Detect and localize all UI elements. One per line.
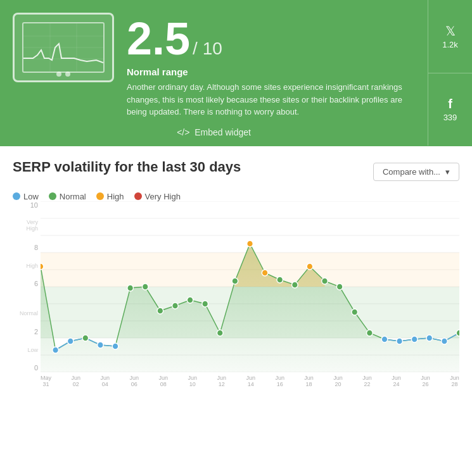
chart-controls: SERP volatility for the last 30 days Com… xyxy=(13,159,459,185)
range-label: Normal range xyxy=(127,66,459,77)
svg-point-46 xyxy=(456,330,459,336)
monitor-dot-1 xyxy=(56,72,61,77)
legend-high: High xyxy=(96,192,124,201)
y-label-10: 10 xyxy=(30,201,38,209)
monitor-icon xyxy=(13,13,114,82)
x-label-jun14: Jun14 xyxy=(246,375,255,389)
y-axis: 10 VeryHigh 8 High 6 Normal 2 Low 0 xyxy=(13,201,41,372)
y-label-6: 6 xyxy=(34,280,38,287)
svg-point-41 xyxy=(381,336,388,342)
embed-icon: </> xyxy=(177,127,189,137)
x-label-jun24: Jun24 xyxy=(392,375,401,389)
compare-button[interactable]: Compare with... ▾ xyxy=(373,163,459,181)
svg-point-19 xyxy=(53,347,59,353)
svg-point-28 xyxy=(187,297,193,303)
svg-point-25 xyxy=(142,284,148,290)
svg-point-40 xyxy=(367,330,373,336)
svg-point-43 xyxy=(411,336,418,342)
x-label-jun08: Jun08 xyxy=(158,375,168,389)
y-label-2: 2 xyxy=(34,328,38,335)
svg-point-23 xyxy=(112,343,118,349)
svg-point-24 xyxy=(127,285,134,291)
twitter-count: 1.2k xyxy=(442,40,458,49)
svg-point-26 xyxy=(157,308,163,314)
monitor-screen xyxy=(22,22,105,73)
compare-label: Compare with... xyxy=(383,167,440,177)
monitor-dots xyxy=(56,72,70,77)
twitter-icon: 𝕏 xyxy=(445,23,456,39)
legend-dot-normal xyxy=(49,192,56,200)
legend-dot-high xyxy=(96,192,104,200)
chart-section: SERP volatility for the last 30 days Com… xyxy=(0,146,472,398)
legend-label-high: High xyxy=(107,192,124,201)
legend-label-normal: Normal xyxy=(60,192,86,201)
social-bar: 𝕏 1.2k f 339 xyxy=(428,0,472,146)
legend-dot-very-high xyxy=(134,192,142,200)
monitor-dot-2 xyxy=(65,72,70,77)
x-label-jun28: Jun28 xyxy=(450,375,459,389)
x-label-jun02: Jun02 xyxy=(71,375,80,389)
svg-point-29 xyxy=(202,301,208,307)
legend-label-very-high: Very High xyxy=(145,192,181,201)
embed-label: Embed widget xyxy=(195,127,251,137)
svg-point-30 xyxy=(217,330,223,336)
y-high: High xyxy=(26,263,38,269)
svg-point-38 xyxy=(336,284,343,290)
y-normal: Normal xyxy=(20,310,38,316)
svg-point-35 xyxy=(292,282,298,288)
svg-point-36 xyxy=(307,263,313,270)
legend-very-high: Very High xyxy=(134,192,181,201)
score-number: 2.5 xyxy=(127,13,190,64)
facebook-count: 339 xyxy=(443,113,457,122)
svg-point-39 xyxy=(352,309,358,315)
x-label-jun16: Jun16 xyxy=(275,375,284,389)
y-label-0: 0 xyxy=(34,364,38,372)
y-range-very-high: VeryHigh xyxy=(26,220,38,232)
svg-point-31 xyxy=(232,278,238,284)
chart-title: SERP volatility for the last 30 days xyxy=(13,159,241,175)
svg-point-20 xyxy=(67,338,73,344)
x-label-may31: May31 xyxy=(41,375,51,389)
facebook-share[interactable]: f 339 xyxy=(428,73,472,146)
chart-container: 10 VeryHigh 8 High 6 Normal 2 Low 0 xyxy=(13,201,459,391)
svg-point-34 xyxy=(277,277,283,283)
y-range-high: High xyxy=(26,263,38,269)
twitter-share[interactable]: 𝕏 1.2k xyxy=(428,0,472,73)
embed-widget-bar[interactable]: </> Embed widget xyxy=(13,118,415,146)
x-label-jun22: Jun22 xyxy=(362,375,372,389)
svg-point-21 xyxy=(82,335,89,341)
range-desc: Another ordinary day. Although some site… xyxy=(127,81,418,118)
x-label-jun26: Jun26 xyxy=(421,375,430,389)
svg-point-27 xyxy=(172,303,179,309)
svg-point-33 xyxy=(262,270,268,276)
legend-label-low: Low xyxy=(23,192,39,201)
svg-point-45 xyxy=(442,338,448,344)
facebook-icon: f xyxy=(448,97,452,111)
chart-svg xyxy=(41,201,459,372)
y-low: Low xyxy=(27,347,38,353)
x-label-jun04: Jun04 xyxy=(100,375,110,389)
x-label-jun10: Jun10 xyxy=(188,375,197,389)
legend: Low Normal High Very High xyxy=(13,192,459,201)
x-label-jun06: Jun06 xyxy=(129,375,139,389)
x-label-jun12: Jun12 xyxy=(217,375,226,389)
score-row: 2.5/ 10 xyxy=(127,16,459,61)
svg-point-44 xyxy=(426,335,433,341)
chevron-down-icon: ▾ xyxy=(445,167,450,177)
x-label-jun20: Jun20 xyxy=(333,375,343,389)
x-axis: May31 Jun02 Jun04 Jun06 Jun08 Jun10 Jun1… xyxy=(41,372,459,391)
x-label-jun18: Jun18 xyxy=(304,375,314,389)
svg-point-18 xyxy=(41,263,44,270)
svg-point-22 xyxy=(98,342,104,348)
y-range-low: Low xyxy=(27,347,38,353)
legend-low: Low xyxy=(13,192,39,201)
score-denom: / 10 xyxy=(193,39,222,58)
y-very-high: VeryHigh xyxy=(26,220,38,232)
svg-point-37 xyxy=(322,278,328,284)
header-card: 2.5/ 10 Normal range Another ordinary da… xyxy=(0,0,472,146)
svg-point-42 xyxy=(397,338,403,344)
y-label-8: 8 xyxy=(34,244,38,251)
legend-dot-low xyxy=(13,192,20,200)
score-area: 2.5/ 10 Normal range Another ordinary da… xyxy=(127,13,459,118)
svg-point-32 xyxy=(247,241,253,247)
